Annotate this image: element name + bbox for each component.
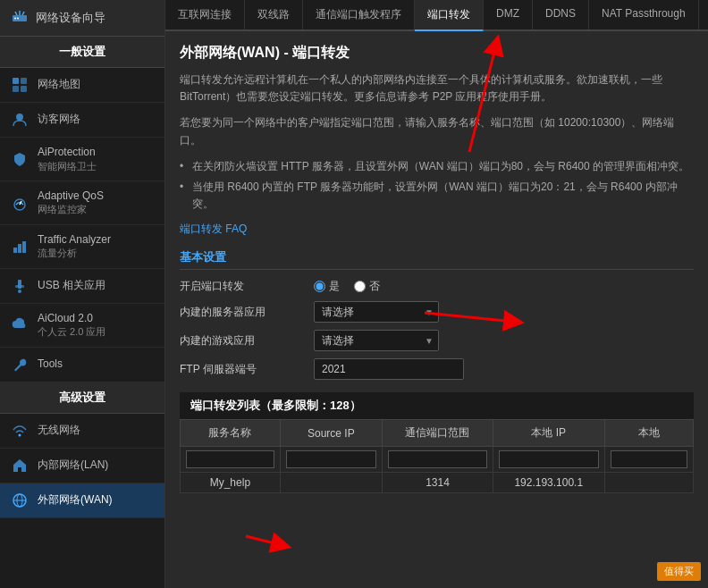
svg-rect-7: [21, 78, 27, 84]
table-row: [181, 447, 694, 473]
builtin-server-select-wrapper: 请选择 ▼: [314, 301, 439, 323]
pf-table-title: 端口转发列表（最多限制：128）: [180, 392, 694, 419]
shield-icon: [11, 150, 29, 168]
sidebar-item-label: Traffic Analyzer 流量分析: [38, 233, 111, 260]
tab-ddns[interactable]: DDNS: [533, 0, 589, 29]
input-local-ip[interactable]: [499, 450, 598, 468]
enable-yes-option[interactable]: 是: [314, 279, 340, 294]
faq-link[interactable]: 端口转发 FAQ: [180, 222, 247, 237]
enable-no-option[interactable]: 否: [354, 279, 380, 294]
builtin-server-select[interactable]: 请选择: [314, 301, 439, 323]
svg-point-1: [14, 18, 16, 20]
builtin-game-control: 请选择 ▼: [314, 330, 694, 351]
pf-table: 服务名称 Source IP 通信端口范围 本地 IP 本地: [180, 419, 694, 493]
tab-dmz[interactable]: DMZ: [484, 0, 533, 29]
builtin-server-label: 内建的服务器应用: [180, 305, 314, 320]
sidebar: 网络设备向导 一般设置 网络地图 访客网络: [0, 0, 165, 588]
enable-label: 开启端口转发: [180, 279, 314, 294]
sidebar-item-adaptive-qos[interactable]: Adaptive QoS 网络监控家: [0, 181, 164, 225]
sidebar-item-label: AiCloud 2.0 个人云 2.0 应用: [38, 312, 105, 339]
svg-rect-17: [15, 285, 19, 288]
wifi-icon: [11, 422, 29, 440]
sidebar-item-label: 无线网络: [38, 424, 80, 438]
sidebar-item-tools[interactable]: Tools: [0, 348, 164, 382]
builtin-game-select-wrapper: 请选择 ▼: [314, 330, 439, 351]
sidebar-item-wan[interactable]: 外部网络(WAN): [0, 483, 164, 518]
globe-icon: [11, 491, 29, 509]
cell-local-ip: 192.193.100.1: [493, 473, 604, 493]
sidebar-item-usb[interactable]: USB 相关应用: [0, 269, 164, 304]
advanced-settings-title: 高级设置: [0, 382, 164, 414]
tab-internet[interactable]: 互联网连接: [165, 0, 245, 29]
svg-point-2: [17, 18, 19, 20]
sidebar-item-wireless[interactable]: 无线网络: [0, 414, 164, 449]
svg-rect-6: [13, 78, 19, 84]
enable-control: 是 否: [314, 279, 694, 294]
tab-bar: 互联网连接 双线路 通信端口触发程序 端口转发 DMZ DDNS NAT Pas…: [165, 0, 708, 31]
input-port-range[interactable]: [388, 450, 487, 468]
input-local[interactable]: [611, 450, 688, 468]
sidebar-item-aicloud[interactable]: AiCloud 2.0 个人云 2.0 应用: [0, 304, 164, 348]
svg-line-12: [20, 201, 21, 205]
router-icon: [11, 9, 29, 27]
cell-source-ip: [280, 473, 382, 493]
basic-settings-title: 基本设置: [180, 249, 694, 270]
enable-radio-group: 是 否: [314, 279, 380, 294]
input-source-ip[interactable]: [286, 450, 376, 468]
svg-point-19: [18, 290, 21, 293]
sidebar-header-label: 网络设备向导: [36, 10, 105, 26]
sidebar-item-aiprotection[interactable]: AiProtection 智能网络卫士: [0, 138, 164, 181]
sidebar-item-network-map[interactable]: 网络地图: [0, 68, 164, 103]
main-content: 外部网络(WAN) - 端口转发 端口转发允许远程计算机在一个私人的内部网络内连…: [165, 31, 708, 588]
watermark: 值得买: [657, 562, 701, 581]
cell-source-ip: [280, 447, 382, 473]
svg-rect-8: [13, 86, 19, 92]
builtin-game-row: 内建的游戏应用 请选择 ▼: [180, 330, 694, 351]
input-service[interactable]: [186, 450, 274, 468]
sidebar-item-lan[interactable]: 内部网络(LAN): [0, 449, 164, 483]
enable-no-label: 否: [369, 279, 380, 294]
sidebar-item-label: 网络地图: [38, 78, 80, 92]
svg-line-5: [22, 12, 24, 15]
svg-rect-15: [22, 241, 26, 253]
cell-service: My_help: [181, 473, 281, 493]
sidebar-item-label: 访客网络: [38, 113, 80, 127]
sidebar-item-label: AiProtection 智能网络卫士: [38, 146, 97, 172]
sidebar-item-guest-network[interactable]: 访客网络: [0, 103, 164, 138]
enable-no-radio[interactable]: [354, 281, 366, 292]
sidebar-item-label: USB 相关应用: [38, 279, 105, 293]
enable-row: 开启端口转发 是 否: [180, 279, 694, 294]
wrench-icon: [11, 356, 29, 374]
cloud-icon: [11, 316, 29, 334]
col-local-ip: 本地 IP: [493, 420, 604, 447]
tab-nat-passthrough[interactable]: NAT Passthrough: [589, 0, 699, 29]
page-description2: 若您要为同一个网络中的客户端指定端口范围，请输入服务名称、端口范围（如 1020…: [180, 114, 694, 148]
tab-port-forward[interactable]: 端口转发: [415, 0, 484, 31]
cell-local: [604, 473, 694, 493]
cell-port-range: [382, 447, 493, 473]
ftp-port-label: FTP 伺服器端号: [180, 362, 314, 377]
ftp-port-row: FTP 伺服器端号: [180, 358, 694, 380]
tab-port-trigger[interactable]: 通信端口触发程序: [303, 0, 415, 29]
home-icon: [11, 457, 29, 475]
sidebar-header: 网络设备向导: [0, 0, 164, 37]
tab-dual-wan[interactable]: 双线路: [245, 0, 303, 29]
page-title: 外部网络(WAN) - 端口转发: [180, 44, 694, 63]
col-port-range: 通信端口范围: [382, 420, 493, 447]
enable-yes-label: 是: [329, 279, 340, 294]
ftp-port-input[interactable]: [314, 358, 464, 380]
cell-port-range: 1314: [382, 473, 493, 493]
builtin-game-select[interactable]: 请选择: [314, 330, 439, 351]
col-local: 本地: [604, 420, 694, 447]
sidebar-item-label: Adaptive QoS 网络监控家: [38, 189, 104, 216]
main-wrapper: 互联网连接 双线路 通信端口触发程序 端口转发 DMZ DDNS NAT Pas…: [165, 0, 708, 588]
user-icon: [11, 111, 29, 129]
cell-local: [604, 447, 694, 473]
builtin-game-label: 内建的游戏应用: [180, 333, 314, 349]
svg-rect-13: [13, 248, 17, 253]
sidebar-item-traffic-analyzer[interactable]: Traffic Analyzer 流量分析: [0, 225, 164, 269]
usb-icon: [11, 277, 29, 295]
svg-rect-14: [18, 244, 21, 253]
map-icon: [11, 76, 29, 94]
enable-yes-radio[interactable]: [314, 281, 325, 292]
